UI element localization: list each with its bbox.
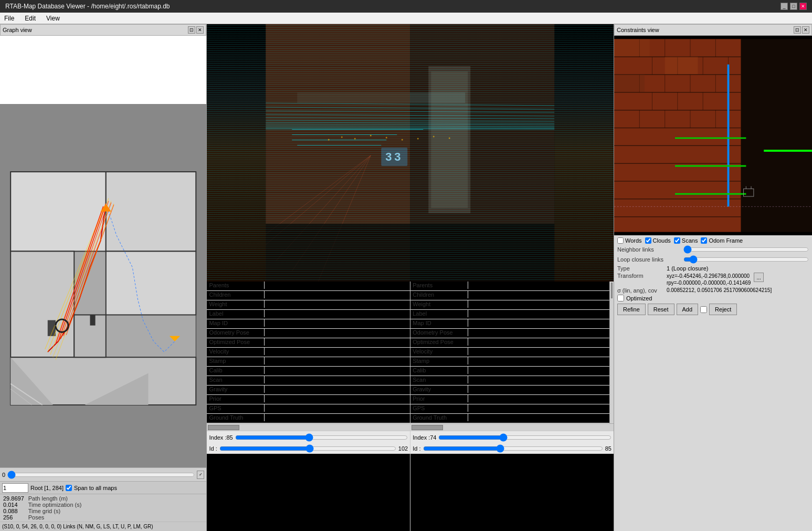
- right-odom-row: Odometry Pose xyz=(-0.989688,0.690236, r…: [410, 329, 609, 338]
- time-grid-label: Time grid (s): [28, 508, 204, 514]
- sigma-label: σ (lin, ang), cov: [617, 287, 665, 294]
- right-vscroll-thumb[interactable]: [611, 283, 613, 298]
- clouds-checkbox[interactable]: [645, 237, 651, 244]
- svg-rect-54: [298, 145, 382, 145]
- left-hscroll[interactable]: [207, 423, 410, 431]
- minimize-button[interactable]: _: [781, 3, 788, 10]
- right-gps-key: GPS: [410, 404, 468, 412]
- left-gps-row: GPS: [207, 404, 410, 414]
- right-hscroll-thumb[interactable]: [412, 425, 443, 430]
- right-id-slider[interactable]: [423, 444, 603, 453]
- span-to-all-maps-label: Span to all maps: [74, 485, 117, 491]
- time-opt-val: 0.014: [3, 502, 24, 508]
- right-index-slider[interactable]: [438, 433, 611, 442]
- left-gt-val: [265, 414, 410, 415]
- left-id-label: Id :: [209, 445, 217, 452]
- loop-links-label: Loop closure links: [617, 256, 680, 263]
- left-stamp-val: 1503.789000: [265, 357, 410, 365]
- odom-frame-checkbox[interactable]: [701, 237, 707, 244]
- root-input[interactable]: [2, 483, 28, 493]
- svg-rect-53: [292, 140, 387, 140]
- svg-rect-51: [292, 129, 424, 130]
- constraints-view-header: Constraints view ⊡ ✕: [614, 24, 812, 36]
- root-row: Root [1, 284] Span to all maps: [0, 481, 206, 494]
- right-label-val: [468, 310, 609, 311]
- root-text: Root [1, 284]: [30, 485, 64, 491]
- left-parents-row: Parents: [207, 282, 410, 291]
- constraints-controls: Words Clouds Scans Odom Frame Neighbor l…: [614, 235, 812, 531]
- graph-map-svg: [0, 104, 206, 467]
- left-children-row: Children 85: [207, 291, 410, 300]
- svg-rect-4: [106, 251, 196, 315]
- transform-details-button[interactable]: ...: [754, 273, 763, 282]
- action-buttons-row: Refine Reset Add Reject: [617, 304, 809, 315]
- right-weight-row: Weight 0: [410, 300, 609, 310]
- time-grid-val: 0.088: [3, 508, 24, 514]
- reject-button[interactable]: Reject: [709, 304, 737, 315]
- right-id-row: Id : 85: [410, 443, 614, 454]
- links-row: (S10, 0, 54, 26, 0, 0, 0, 0) Links (N, N…: [0, 522, 206, 531]
- right-scan-val: Format=XYI Points=720 [r: [468, 376, 609, 383]
- span-to-all-maps-checkbox[interactable]: [66, 485, 72, 491]
- menu-file[interactable]: File: [2, 14, 16, 23]
- refine-button[interactable]: Refine: [617, 304, 646, 315]
- right-hscroll[interactable]: [410, 423, 614, 431]
- maximize-button[interactable]: □: [790, 3, 797, 10]
- left-id-value: 102: [398, 445, 408, 452]
- left-id-slider[interactable]: [219, 444, 396, 453]
- right-gravity-key: Gravity: [410, 386, 468, 393]
- path-length-val: 29.8697: [3, 495, 24, 502]
- left-weight-key: Weight: [207, 300, 265, 308]
- graph-canvas: [0, 36, 206, 467]
- neighbor-links-label: Neighbor links: [617, 246, 680, 253]
- neighbor-links-slider[interactable]: [683, 245, 809, 254]
- right-stamp-row: Stamp 1497.058000: [410, 357, 609, 367]
- menu-view[interactable]: View: [44, 14, 62, 23]
- scans-checkbox[interactable]: [674, 237, 680, 244]
- right-gt-row: Ground Truth: [410, 414, 609, 423]
- right-optpose-key: Optimized Pose: [410, 338, 468, 346]
- optimized-checkbox[interactable]: [617, 295, 624, 301]
- right-mapid-row: Map ID 0: [410, 319, 609, 329]
- right-parents-row: Parents 102: [410, 282, 609, 291]
- right-panel: Constraints view ⊡ ✕: [614, 24, 812, 531]
- right-prior-val: [468, 395, 609, 396]
- loop-links-slider[interactable]: [683, 255, 809, 264]
- main-content: Graph view ⊡ ✕: [0, 24, 812, 531]
- stats-area: 29.8697 Path length (m) 0.014 Time optim…: [0, 494, 206, 522]
- svg-point-68: [370, 135, 372, 137]
- right-optpose-row: Optimized Pose: [410, 338, 609, 348]
- add-checkbox[interactable]: [700, 306, 707, 313]
- left-scan-val: Format=XYI Points=720 [r: [265, 376, 410, 383]
- right-optpose-val: [468, 338, 609, 339]
- left-velocity-key: Velocity: [207, 348, 265, 355]
- right-label-row: Label: [410, 310, 609, 319]
- constraints-restore-icon[interactable]: ⊡: [794, 26, 801, 34]
- menu-edit[interactable]: Edit: [23, 14, 38, 23]
- graph-close-icon[interactable]: ✕: [196, 26, 204, 34]
- left-hscroll-thumb[interactable]: [208, 425, 239, 430]
- graph-slider[interactable]: [7, 471, 195, 479]
- graph-view-header: Graph view ⊡ ✕: [0, 24, 206, 36]
- reset-button[interactable]: Reset: [648, 304, 674, 315]
- right-gps-row: GPS: [410, 404, 609, 414]
- svg-rect-109: [741, 39, 812, 232]
- constraints-canvas: [614, 36, 812, 235]
- left-prior-val: [265, 395, 410, 396]
- left-index-slider[interactable]: [235, 433, 408, 442]
- words-checkbox[interactable]: [617, 237, 624, 244]
- left-velocity-row: Velocity vx=0 vy=0 vz=0 vroll=0 vp: [207, 348, 410, 357]
- right-label-key: Label: [410, 310, 468, 317]
- close-button[interactable]: ✕: [799, 3, 807, 10]
- graph-slider-checkmark[interactable]: ✓: [197, 471, 204, 479]
- words-label: Words: [617, 237, 642, 244]
- right-children-val: [468, 291, 609, 292]
- constraints-close-icon[interactable]: ✕: [802, 26, 809, 34]
- graph-restore-icon[interactable]: ⊡: [188, 26, 195, 34]
- left-odom-row: Odometry Pose xyz=(-0.983104,0.138178, r…: [207, 329, 410, 338]
- svg-rect-107: [665, 57, 698, 74]
- svg-text:3: 3: [395, 150, 401, 163]
- svg-point-65: [328, 139, 330, 141]
- right-vscroll[interactable]: [609, 282, 614, 423]
- add-button[interactable]: Add: [677, 304, 699, 315]
